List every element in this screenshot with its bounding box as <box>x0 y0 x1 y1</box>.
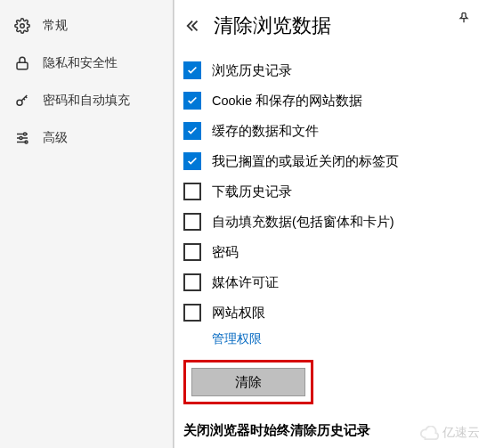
option-passwords: 密码 <box>183 237 476 267</box>
svg-point-0 <box>20 24 25 29</box>
clear-button[interactable]: 清除 <box>191 368 305 396</box>
option-label: 缓存的数据和文件 <box>212 123 319 140</box>
always-clear-title: 关闭浏览器时始终清除历史记录 <box>183 417 476 448</box>
checkbox[interactable] <box>183 213 201 231</box>
option-label: 我已搁置的或最近关闭的标签页 <box>212 153 399 170</box>
sidebar-item-advanced[interactable]: 高级 <box>0 119 173 157</box>
option-site-permissions: 网站权限 <box>183 297 476 328</box>
option-label: 网站权限 <box>212 305 265 322</box>
option-label: 媒体许可证 <box>212 274 279 291</box>
sidebar-item-passwords[interactable]: 密码和自动填充 <box>0 82 173 119</box>
lock-icon <box>14 55 30 71</box>
checkbox[interactable] <box>183 61 201 79</box>
checkbox[interactable] <box>183 304 201 322</box>
sidebar-item-general[interactable]: 常规 <box>0 7 173 45</box>
option-tabs: 我已搁置的或最近关闭的标签页 <box>183 146 476 176</box>
svg-point-2 <box>17 100 22 105</box>
option-label: 密码 <box>212 244 239 261</box>
sidebar-item-label: 高级 <box>43 130 68 146</box>
svg-rect-1 <box>17 62 28 69</box>
back-icon[interactable] <box>183 20 203 32</box>
panel-title: 清除浏览数据 <box>214 12 331 39</box>
checkbox[interactable] <box>183 183 201 200</box>
option-download-history: 下载历史记录 <box>183 176 476 207</box>
svg-point-4 <box>20 137 22 140</box>
option-cookies: Cookie 和保存的网站数据 <box>183 86 476 116</box>
option-label: Cookie 和保存的网站数据 <box>212 93 362 110</box>
settings-sidebar: 常规 隐私和安全性 密码和自动填充 高级 <box>0 0 174 448</box>
manage-permissions-link[interactable]: 管理权限 <box>183 328 476 356</box>
option-label: 下载历史记录 <box>212 183 292 200</box>
option-label: 浏览历史记录 <box>212 62 292 79</box>
option-autofill: 自动填充数据(包括窗体和卡片) <box>183 207 476 237</box>
checkbox[interactable] <box>183 273 201 291</box>
gear-icon <box>14 18 30 34</box>
option-browsing-history: 浏览历史记录 <box>183 55 476 86</box>
sliders-icon <box>14 130 30 146</box>
clear-options: 浏览历史记录 Cookie 和保存的网站数据 缓存的数据和文件 我已搁置的或最近… <box>175 55 487 448</box>
checkbox[interactable] <box>183 152 201 170</box>
sidebar-item-label: 常规 <box>43 18 68 34</box>
sidebar-item-privacy[interactable]: 隐私和安全性 <box>0 45 173 82</box>
checkbox[interactable] <box>183 92 201 110</box>
main-panel: 清除浏览数据 浏览历史记录 Cookie 和保存的网站数据 缓存的数据和文件 我… <box>174 0 487 448</box>
option-label: 自动填充数据(包括窗体和卡片) <box>212 214 394 231</box>
svg-point-3 <box>24 133 27 135</box>
checkbox[interactable] <box>183 122 201 140</box>
key-icon <box>14 93 30 109</box>
option-cached-data: 缓存的数据和文件 <box>183 116 476 146</box>
clear-button-highlight: 清除 <box>183 360 313 404</box>
option-media-licenses: 媒体许可证 <box>183 267 476 297</box>
sidebar-item-label: 隐私和安全性 <box>43 55 118 71</box>
sidebar-item-label: 密码和自动填充 <box>43 93 130 109</box>
pin-icon[interactable] <box>457 11 471 28</box>
panel-header: 清除浏览数据 <box>175 0 487 55</box>
checkbox[interactable] <box>183 243 201 261</box>
